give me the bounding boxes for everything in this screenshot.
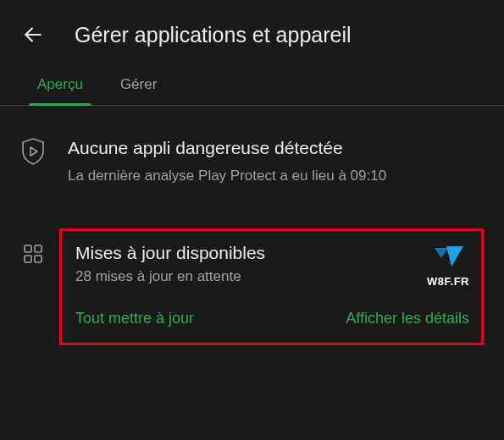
arrow-left-icon bbox=[22, 24, 44, 46]
arrow-logo-icon bbox=[431, 245, 465, 272]
svg-rect-2 bbox=[35, 245, 42, 252]
watermark-text: W8F.FR bbox=[427, 275, 469, 288]
show-details-button[interactable]: Afficher les détails bbox=[346, 310, 469, 327]
watermark-logo: W8F.FR bbox=[427, 243, 469, 288]
play-protect-title: Aucune appli dangereuse détectée bbox=[68, 136, 484, 160]
back-button[interactable] bbox=[20, 22, 46, 47]
svg-rect-4 bbox=[35, 256, 42, 262]
shield-play-icon bbox=[20, 136, 46, 165]
content-area: Aucune appli dangereuse détectée La dern… bbox=[0, 106, 504, 345]
update-all-button[interactable]: Tout mettre à jour bbox=[75, 310, 194, 327]
play-protect-row[interactable]: Aucune appli dangereuse détectée La dern… bbox=[20, 136, 484, 188]
svg-rect-3 bbox=[25, 256, 31, 262]
updates-title: Mises à jour disponibles bbox=[75, 243, 265, 263]
updates-card[interactable]: Mises à jour disponibles 28 mises à jour… bbox=[59, 228, 484, 345]
play-protect-subtitle: La dernière analyse Play Protect a eu li… bbox=[68, 165, 424, 187]
play-protect-body: Aucune appli dangereuse détectée La dern… bbox=[68, 136, 484, 188]
svg-rect-1 bbox=[25, 245, 31, 252]
updates-subtitle: 28 mises à jour en attente bbox=[75, 268, 265, 285]
updates-row: Mises à jour disponibles 28 mises à jour… bbox=[20, 228, 484, 345]
tab-overview[interactable]: Aperçu bbox=[20, 64, 100, 105]
tab-manage[interactable]: Gérer bbox=[103, 64, 174, 105]
tab-bar: Aperçu Gérer bbox=[0, 64, 504, 106]
app-header: Gérer applications et appareil bbox=[0, 0, 504, 64]
page-title: Gérer applications et appareil bbox=[75, 23, 352, 47]
apps-grid-icon bbox=[20, 228, 46, 264]
